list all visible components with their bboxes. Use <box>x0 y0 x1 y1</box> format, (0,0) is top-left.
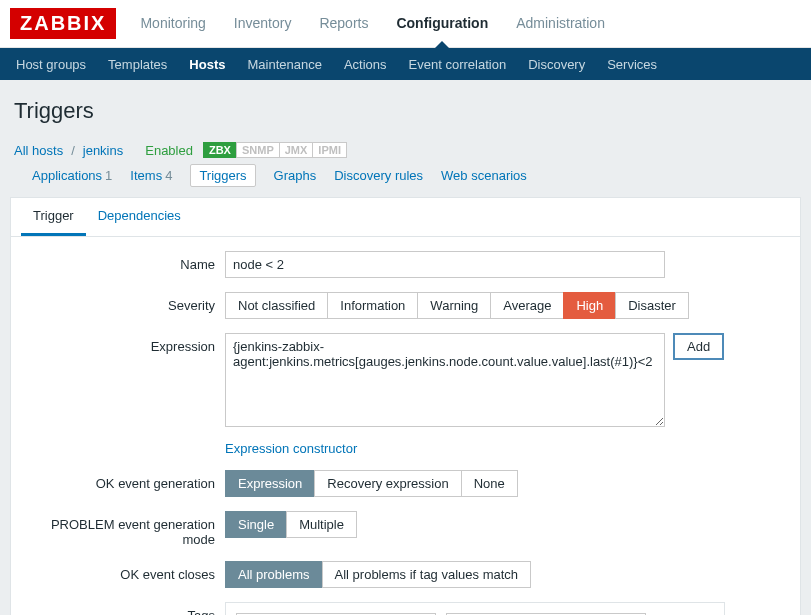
subnav-templates[interactable]: Templates <box>108 57 167 72</box>
page-title: Triggers <box>14 98 801 124</box>
logo[interactable]: ZABBIX <box>10 8 116 39</box>
okgen-option-expression[interactable]: Expression <box>225 470 315 497</box>
breadcrumb-sep: / <box>71 143 75 158</box>
tags-label: Tags <box>25 602 225 615</box>
topnav-caret-icon <box>435 41 449 48</box>
hostlink-triggers[interactable]: Triggers <box>190 164 255 187</box>
probgen-option-single[interactable]: Single <box>225 511 287 538</box>
sev-option-not-classified[interactable]: Not classified <box>225 292 328 319</box>
name-input[interactable] <box>225 251 665 278</box>
subnav-discovery[interactable]: Discovery <box>528 57 585 72</box>
name-label: Name <box>25 251 225 272</box>
breadcrumb-all-hosts[interactable]: All hosts <box>14 143 63 158</box>
proto-snmp: SNMP <box>236 142 280 158</box>
proto-zbx: ZBX <box>203 142 237 158</box>
subnav-services[interactable]: Services <box>607 57 657 72</box>
sev-option-average[interactable]: Average <box>490 292 564 319</box>
hostlink-discovery-rules[interactable]: Discovery rules <box>334 168 423 183</box>
sev-option-disaster[interactable]: Disaster <box>615 292 689 319</box>
expression-label: Expression <box>25 333 225 354</box>
expression-constructor-link[interactable]: Expression constructor <box>225 441 357 456</box>
hostlink-count: 1 <box>105 168 112 183</box>
hostlink-graphs[interactable]: Graphs <box>274 168 317 183</box>
subnav-event-correlation[interactable]: Event correlation <box>409 57 507 72</box>
okclose-option-all-problems-if-tag-values-match[interactable]: All problems if tag values match <box>322 561 532 588</box>
okgen-label: OK event generation <box>25 470 225 491</box>
proto-ipmi: IPMI <box>312 142 347 158</box>
tab-trigger[interactable]: Trigger <box>21 198 86 236</box>
proto-jmx: JMX <box>279 142 314 158</box>
probgen-option-multiple[interactable]: Multiple <box>286 511 357 538</box>
sev-option-information[interactable]: Information <box>327 292 418 319</box>
topnav-administration[interactable]: Administration <box>516 15 605 33</box>
subnav-actions[interactable]: Actions <box>344 57 387 72</box>
topnav-monitoring[interactable]: Monitoring <box>140 15 205 33</box>
hostlink-web-scenarios[interactable]: Web scenarios <box>441 168 527 183</box>
breadcrumb-host[interactable]: jenkins <box>83 143 123 158</box>
severity-label: Severity <box>25 292 225 313</box>
topnav-reports[interactable]: Reports <box>319 15 368 33</box>
subnav-maintenance[interactable]: Maintenance <box>247 57 321 72</box>
sev-option-high[interactable]: High <box>563 292 616 319</box>
topnav-configuration[interactable]: Configuration <box>396 15 488 33</box>
expression-textarea[interactable]: {jenkins-zabbix-agent:jenkins.metrics[ga… <box>225 333 665 427</box>
subnav-host-groups[interactable]: Host groups <box>16 57 86 72</box>
expression-add-button[interactable]: Add <box>673 333 724 360</box>
topnav-inventory[interactable]: Inventory <box>234 15 292 33</box>
subnav-hosts[interactable]: Hosts <box>189 57 225 72</box>
hostlink-items[interactable]: Items4 <box>130 168 172 183</box>
hostlink-count: 4 <box>165 168 172 183</box>
tab-dependencies[interactable]: Dependencies <box>86 198 193 236</box>
hostlink-applications[interactable]: Applications1 <box>32 168 112 183</box>
tags-box: Remove Add <box>225 602 725 615</box>
status-enabled: Enabled <box>145 143 193 158</box>
okgen-option-recovery-expression[interactable]: Recovery expression <box>314 470 461 497</box>
okclose-label: OK event closes <box>25 561 225 582</box>
okgen-option-none[interactable]: None <box>461 470 518 497</box>
sev-option-warning[interactable]: Warning <box>417 292 491 319</box>
probgen-label: PROBLEM event generation mode <box>25 511 225 547</box>
okclose-option-all-problems[interactable]: All problems <box>225 561 323 588</box>
